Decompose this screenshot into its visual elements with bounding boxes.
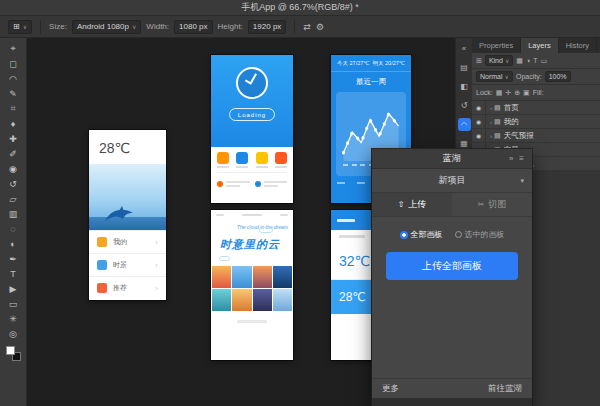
photo-thumbnail[interactable] <box>232 289 251 311</box>
photo-thumbnail[interactable] <box>232 266 251 288</box>
home-menu-item-mine[interactable]: 我的 › <box>89 230 166 253</box>
collapse-icon[interactable]: » <box>509 154 513 163</box>
size-select[interactable]: Android 1080p ∨ <box>72 20 141 34</box>
artboard-loading[interactable]: Loading <box>211 55 293 203</box>
visibility-eye-icon[interactable]: ◉ <box>472 101 486 114</box>
lasso-tool-icon[interactable]: ◠ <box>3 71 23 86</box>
path-selection-tool-icon[interactable]: ▶ <box>3 281 23 296</box>
filter-shape-icon[interactable]: ▭ <box>540 57 547 65</box>
hand-tool-icon[interactable]: ✳ <box>3 311 23 326</box>
app-shortcut[interactable] <box>236 152 248 168</box>
visibility-eye-icon[interactable]: ◉ <box>472 129 486 142</box>
lock-all-icon[interactable]: ▣ <box>523 89 530 97</box>
loading-links-section <box>211 147 293 191</box>
adjustments-panel-icon[interactable]: ◧ <box>458 80 471 93</box>
move-tool-icon[interactable]: ⌖ <box>3 41 23 56</box>
radio-selected-artboards[interactable]: 选中的画板 <box>455 229 505 240</box>
artboard-home[interactable]: 28℃ 我的 › 时景 › 推荐 › <box>89 130 166 300</box>
kind-select[interactable]: Kind ∨ <box>485 55 513 66</box>
height-input[interactable]: 1920 px <box>248 20 286 34</box>
banner-item[interactable] <box>217 177 250 191</box>
artboard-scene[interactable]: The cloud in the dream 时意里的云 <box>211 210 293 360</box>
swatches-panel-icon[interactable]: ▤ <box>458 61 471 74</box>
layer-row[interactable]: ◉ › ▤ 首页 <box>472 101 600 115</box>
eyedropper-tool-icon[interactable]: ♦ <box>3 116 23 131</box>
scissors-icon: ✂ <box>478 200 485 209</box>
opacity-input[interactable]: 100% <box>545 71 571 82</box>
photo-thumbnail[interactable] <box>212 289 231 311</box>
pen-tool-icon[interactable]: ✒ <box>3 251 23 266</box>
project-select[interactable]: 新项目 ▾ <box>372 169 532 193</box>
photo-thumbnail[interactable] <box>253 289 272 311</box>
filter-grid-icon[interactable]: ⊞ <box>476 57 482 65</box>
panel-menu-icon[interactable]: ≡ <box>519 154 524 163</box>
tab-layers[interactable]: Layers <box>521 38 559 53</box>
lock-pixels-icon[interactable]: ▦ <box>496 89 503 97</box>
lanhu-panel-header[interactable]: 蓝湖 » ≡ <box>372 149 532 169</box>
photo-thumbnail[interactable] <box>273 289 292 311</box>
quick-selection-tool-icon[interactable]: ✎ <box>3 86 23 101</box>
gradient-tool-icon[interactable]: ▥ <box>3 206 23 221</box>
blend-mode-select[interactable]: Normal ∨ <box>476 71 513 82</box>
tab-properties[interactable]: Properties <box>472 38 521 53</box>
shape-tool-icon[interactable]: ▭ <box>3 296 23 311</box>
chevron-down-icon: ∨ <box>505 73 509 80</box>
layer-row[interactable]: ◉ › ▤ 我的 <box>472 115 600 129</box>
layer-row[interactable]: ◉ › ▤ 天气预报 <box>472 129 600 143</box>
foreground-color-swatch[interactable] <box>6 346 15 355</box>
filter-pixel-icon[interactable]: ▦ <box>516 57 523 65</box>
banner-logo <box>255 181 261 187</box>
radio-all-artboards[interactable]: 全部画板 <box>400 229 443 240</box>
photo-thumbnail[interactable] <box>212 266 231 288</box>
photo-thumbnail[interactable] <box>273 266 292 288</box>
home-hero-image <box>89 164 166 230</box>
lanhu-plugin-icon[interactable]: ◠ <box>458 118 471 131</box>
orientation-icon[interactable]: ⇄ <box>303 22 311 32</box>
loading-button[interactable]: Loading <box>229 108 275 121</box>
banner-item[interactable] <box>255 177 288 191</box>
settings-gear-icon[interactable]: ⚙ <box>316 22 324 32</box>
filter-adjustment-icon[interactable]: ◑ <box>526 57 530 64</box>
visibility-eye-icon[interactable]: ◉ <box>472 115 486 128</box>
more-link[interactable]: 更多 <box>382 383 399 395</box>
divider <box>217 172 287 173</box>
history-brush-tool-icon[interactable]: ↺ <box>3 176 23 191</box>
mine-icon <box>97 237 107 247</box>
lock-position-icon[interactable]: ✛ <box>505 89 511 97</box>
clone-stamp-tool-icon[interactable]: ◉ <box>3 161 23 176</box>
lock-artboard-icon[interactable]: ⊕ <box>514 89 520 97</box>
tab-upload[interactable]: ⇧ 上传 <box>372 193 452 216</box>
type-tool-icon[interactable]: T <box>3 266 23 281</box>
upload-all-artboards-button[interactable]: 上传全部画板 <box>386 252 518 280</box>
app-shortcut[interactable] <box>256 152 268 168</box>
zoom-tool-icon[interactable]: ◎ <box>3 326 23 341</box>
today-temp: 今天 27/27℃ <box>337 60 369 67</box>
healing-brush-tool-icon[interactable]: ✚ <box>3 131 23 146</box>
dodge-tool-icon[interactable]: ◐ <box>3 236 23 251</box>
tab-slice[interactable]: ✂ 切图 <box>452 193 532 216</box>
width-input[interactable]: 1080 px <box>174 20 212 34</box>
clock-hand <box>250 73 257 83</box>
expand-caret-icon[interactable]: › <box>490 133 492 139</box>
eraser-tool-icon[interactable]: ▱ <box>3 191 23 206</box>
fill-label: Fill: <box>533 89 544 96</box>
height-label: Height: <box>218 22 243 31</box>
expand-caret-icon[interactable]: › <box>490 105 492 111</box>
home-menu-item-recommend[interactable]: 推荐 › <box>89 276 166 299</box>
filter-type-icon[interactable]: T <box>533 57 537 64</box>
crop-tool-icon[interactable]: ⌗ <box>3 101 23 116</box>
app-shortcut[interactable] <box>275 152 287 168</box>
photo-thumbnail[interactable] <box>253 266 272 288</box>
history-panel-icon[interactable]: ↺ <box>458 99 471 112</box>
goto-lanhu-link[interactable]: 前往蓝湖 <box>488 383 522 395</box>
app-shortcut[interactable] <box>217 152 229 168</box>
expand-caret-icon[interactable]: › <box>490 119 492 125</box>
home-menu-item-scene[interactable]: 时景 › <box>89 253 166 276</box>
brush-tool-icon[interactable]: ✐ <box>3 146 23 161</box>
color-swatches[interactable] <box>6 346 21 361</box>
collapse-panels-icon[interactable]: « <box>458 42 471 55</box>
tab-history[interactable]: History <box>559 38 597 53</box>
artboard-tool-preset[interactable]: ⊞ ∨ <box>8 20 32 34</box>
blur-tool-icon[interactable]: ◌ <box>3 221 23 236</box>
marquee-tool-icon[interactable]: ◻ <box>3 56 23 71</box>
